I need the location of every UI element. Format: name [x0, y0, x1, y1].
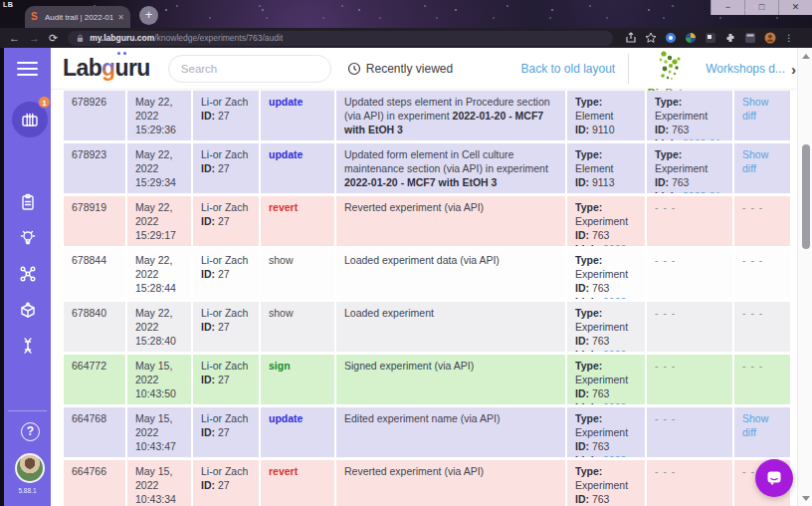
chrome-menu-icon[interactable]: ⋮ — [784, 33, 794, 43]
user-id-label: ID: — [201, 162, 215, 174]
field-value: 763 — [672, 176, 690, 188]
desc-text: Loaded experiment — [344, 307, 434, 319]
sidebar-item-protocols[interactable] — [4, 192, 51, 212]
user-cell: Li-or ZachID: 27 — [193, 143, 261, 193]
audit-date: May 22, 2022 — [135, 254, 184, 282]
show-diff-link[interactable]: Show diff — [742, 148, 768, 174]
field-value: 9110 — [592, 124, 615, 135]
empty-dashes: - - - — [655, 254, 725, 268]
user-cell: Li-or ZachID: 27 — [193, 249, 261, 299]
audit-id: 678844 — [72, 254, 106, 266]
diff-dashes: - - - — [742, 254, 763, 266]
target-2: - - - — [647, 355, 734, 404]
search-input[interactable] — [179, 62, 336, 76]
user-name: Li-or Zach — [201, 307, 252, 321]
desc-text: Reverted experiment (via API) — [344, 201, 484, 213]
lock-icon — [76, 34, 85, 43]
address-bar[interactable]: my.labguru.com/knowledge/experiments/763… — [68, 31, 613, 46]
sidebar-item-knowledge[interactable] — [4, 228, 51, 248]
description-cell: Edited experiment name (via API) — [336, 407, 567, 457]
diff-dashes: - - - — [742, 360, 763, 372]
new-tab-button[interactable]: + — [139, 6, 158, 25]
user-id-value: 27 — [218, 162, 230, 174]
audit-id-cell: 678923 — [64, 143, 127, 193]
browser-tab[interactable]: S Audit trail | 2022-01-20 - MCF7 ✕ — [25, 6, 130, 28]
user-avatar[interactable] — [15, 453, 45, 483]
user-id-label: ID: — [201, 426, 215, 438]
audit-date: May 22, 2022 — [135, 96, 184, 124]
audit-time: 10:43:47 — [135, 440, 184, 454]
target-2: - - - — [647, 460, 734, 506]
target-2: Type: ExperimentID: 763Link: 2022-01-20 … — [647, 91, 734, 140]
scroll-down-icon[interactable] — [802, 496, 810, 501]
chevron-right-icon[interactable]: › — [791, 62, 796, 77]
header-divider — [628, 54, 629, 84]
target-1: Type: ExperimentID: 763Link: 2022-01-20 … — [567, 460, 647, 506]
scroll-up-icon[interactable] — [802, 54, 810, 59]
help-button[interactable]: ? — [21, 422, 40, 441]
user-name: Li-or Zach — [201, 148, 252, 162]
url-text: my.labguru.com/knowledge/experiments/763… — [90, 33, 283, 43]
search-box[interactable] — [168, 55, 331, 83]
sidebar-item-workflows[interactable] — [4, 264, 51, 284]
field-value: Experiment — [655, 110, 708, 122]
field-label: ID: — [655, 124, 669, 135]
maximize-button[interactable]: □ — [744, 0, 778, 15]
menu-hamburger-icon[interactable] — [17, 62, 38, 76]
page-scrollbar[interactable] — [797, 48, 812, 506]
recently-viewed-button[interactable]: Recently viewed — [347, 62, 453, 76]
date-cell: May 22, 202215:29:17 — [127, 196, 193, 246]
extension-color-icon[interactable] — [685, 32, 697, 44]
target-2: - - - — [647, 302, 734, 352]
extension-dark-icon[interactable] — [705, 32, 716, 44]
extension-blue-icon[interactable] — [665, 32, 677, 44]
workshops-link[interactable]: Workshops d... — [706, 62, 785, 76]
field-value: Experiment — [655, 162, 708, 174]
audit-id-cell: 678926 — [64, 91, 127, 140]
action-label: show — [269, 307, 294, 319]
minimize-button[interactable]: − — [710, 0, 744, 15]
show-diff-link[interactable]: Show diff — [742, 96, 768, 122]
audit-id: 678923 — [72, 148, 106, 160]
reload-icon[interactable]: ⟳ — [49, 33, 58, 44]
description-cell: Updated form element in Cell culture mai… — [336, 143, 567, 193]
scrollbar-thumb[interactable] — [802, 144, 810, 249]
user-id-label: ID: — [201, 268, 215, 280]
share-icon[interactable] — [625, 32, 637, 44]
profile-avatar[interactable] — [764, 32, 776, 44]
extensions-puzzle-icon[interactable] — [724, 32, 736, 44]
app-version: 5.88.1 — [4, 487, 51, 494]
action-cell: sign — [261, 355, 336, 404]
extension-tab-icon[interactable] — [744, 32, 756, 44]
chat-widget-button[interactable] — [755, 459, 793, 497]
date-cell: May 15, 202210:43:50 — [127, 355, 193, 404]
app-header: Labguru Recently viewed Back to old layo… — [51, 48, 812, 90]
audit-table-body: 678926 May 22, 202215:29:36 Li-or ZachID… — [64, 91, 790, 506]
target-1: Type: ExperimentID: 763Link: 2022-01-20 … — [567, 302, 647, 352]
close-button[interactable]: ✕ — [778, 0, 812, 15]
user-id-value: 27 — [218, 268, 230, 280]
empty-dashes: - - - — [575, 190, 638, 193]
user-cell: Li-or ZachID: 27 — [193, 196, 261, 246]
field-label: Type: — [655, 96, 682, 108]
action-cell: revert — [261, 196, 336, 246]
sidebar-item-biocollections[interactable] — [4, 336, 51, 356]
audit-date: May 22, 2022 — [135, 201, 184, 229]
chat-bubble-icon — [765, 469, 783, 487]
user-cell: Li-or ZachID: 27 — [193, 91, 261, 140]
field-value: Experiment — [575, 215, 628, 227]
audit-time: 10:43:50 — [135, 387, 184, 401]
date-cell: May 22, 202215:28:40 — [127, 302, 193, 352]
labguru-logo[interactable]: Labguru — [63, 55, 150, 82]
tab-close-icon[interactable]: ✕ — [117, 13, 124, 22]
back-icon[interactable]: ← — [9, 33, 20, 44]
forward-icon[interactable]: → — [29, 33, 40, 44]
sidebar-item-inventory[interactable] — [4, 300, 51, 320]
back-to-old-layout-link[interactable]: Back to old layout — [520, 62, 615, 76]
show-diff-link[interactable]: Show diff — [742, 412, 768, 438]
bookmark-star-icon[interactable] — [645, 32, 657, 44]
field-value: 763 — [672, 124, 690, 135]
molecule-icon — [18, 264, 38, 284]
diff-dashes: - - - — [742, 307, 763, 319]
field-label: Type: — [575, 148, 602, 160]
